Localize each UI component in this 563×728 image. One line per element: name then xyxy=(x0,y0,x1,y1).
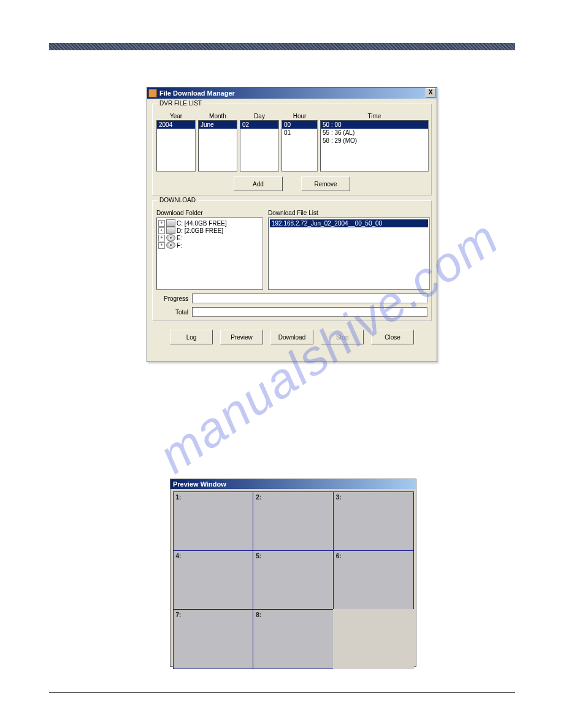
expand-icon[interactable]: + xyxy=(158,242,165,249)
progress-bar xyxy=(192,294,427,303)
hdd-icon xyxy=(166,219,175,227)
download-legend: DOWNLOAD xyxy=(158,197,197,203)
preview-cell[interactable]: 2: xyxy=(253,491,334,551)
list-item[interactable]: 50 : 00 xyxy=(321,121,428,129)
hdd-icon xyxy=(166,227,175,234)
dvr-file-list-legend: DVR FILE LIST xyxy=(158,100,204,107)
list-item[interactable]: 55 : 36 (AL) xyxy=(321,129,428,137)
expand-icon[interactable]: + xyxy=(158,235,165,241)
month-listbox[interactable]: June xyxy=(198,120,237,172)
year-label: Year xyxy=(156,113,196,119)
tree-item[interactable]: + F: xyxy=(158,241,261,249)
list-item[interactable]: 192.168.2.72_Jun_02_2004__00_50_00 xyxy=(270,219,428,227)
cd-icon xyxy=(166,241,175,249)
preview-window: Preview Window 1: 2: 3: 4: 5: 6: 7: 8: xyxy=(170,479,416,667)
preview-cell[interactable]: 3: xyxy=(333,491,414,551)
tree-item[interactable]: + D: [2.0GB FREE] xyxy=(158,227,261,234)
remove-button[interactable]: Remove xyxy=(301,176,350,191)
cell-label: 6: xyxy=(336,553,342,559)
app-icon xyxy=(148,89,157,97)
list-item[interactable]: 01 xyxy=(282,129,317,137)
titlebar[interactable]: File Download Manager X xyxy=(147,88,437,99)
close-button[interactable]: Close xyxy=(371,330,414,344)
preview-cell-empty xyxy=(333,609,414,669)
list-item[interactable]: 02 xyxy=(240,121,278,129)
download-folder-label: Download Folder xyxy=(156,210,263,216)
preview-title-text: Preview Window xyxy=(173,480,226,488)
list-item[interactable]: 2004 xyxy=(157,121,195,129)
file-download-manager-window: File Download Manager X DVR FILE LIST Ye… xyxy=(147,87,437,362)
stop-button[interactable]: Stop xyxy=(321,330,364,344)
cell-label: 2: xyxy=(256,494,261,501)
page-footer-line xyxy=(49,692,515,693)
time-listbox[interactable]: 50 : 00 55 : 36 (AL) 58 : 29 (MO) xyxy=(320,120,429,172)
close-icon[interactable]: X xyxy=(426,88,435,98)
download-filelist-label: Download File List xyxy=(268,210,430,216)
cell-label: 7: xyxy=(176,612,182,618)
cd-icon xyxy=(166,234,175,241)
tree-item[interactable]: + C: [44.0GB FREE] xyxy=(158,219,261,227)
preview-cell[interactable]: 1: xyxy=(173,491,254,551)
download-group: DOWNLOAD Download Folder + C: [44.0GB FR… xyxy=(152,200,432,321)
preview-cell[interactable]: 4: xyxy=(173,550,254,610)
preview-titlebar[interactable]: Preview Window xyxy=(170,479,416,489)
expand-icon[interactable]: + xyxy=(158,227,165,234)
preview-cell[interactable]: 7: xyxy=(173,609,254,669)
total-label: Total xyxy=(156,309,188,316)
hour-label: Hour xyxy=(282,113,318,119)
page-header-bar xyxy=(49,43,515,50)
preview-cell[interactable]: 8: xyxy=(253,609,334,669)
drive-label: E: xyxy=(177,235,182,241)
download-folder-tree[interactable]: + C: [44.0GB FREE] + D: [2.0GB FREE] + xyxy=(156,218,263,290)
cell-label: 8: xyxy=(256,612,261,618)
list-item[interactable]: 00 xyxy=(282,121,317,129)
preview-grid: 1: 2: 3: 4: 5: 6: 7: 8: xyxy=(170,489,416,671)
hour-listbox[interactable]: 00 01 xyxy=(282,120,318,172)
month-label: Month xyxy=(198,113,237,119)
day-listbox[interactable]: 02 xyxy=(240,120,279,172)
cell-label: 1: xyxy=(176,494,182,501)
cell-label: 3: xyxy=(336,494,342,501)
total-bar xyxy=(192,307,427,317)
cell-label: 5: xyxy=(256,553,261,559)
expand-icon[interactable]: + xyxy=(158,220,165,227)
drive-label: C: [44.0GB FREE] xyxy=(177,220,227,227)
dvr-file-list-group: DVR FILE LIST Year 2004 Month June Day xyxy=(152,104,432,195)
download-button[interactable]: Download xyxy=(270,330,313,344)
time-label: Time xyxy=(320,113,429,119)
list-item[interactable]: June xyxy=(199,121,237,129)
list-item[interactable]: 58 : 29 (MO) xyxy=(321,137,428,145)
download-file-listbox[interactable]: 192.168.2.72_Jun_02_2004__00_50_00 xyxy=(268,218,430,290)
tree-item[interactable]: + E: xyxy=(158,234,261,241)
drive-label: F: xyxy=(177,242,182,249)
log-button[interactable]: Log xyxy=(170,330,213,344)
preview-button[interactable]: Preview xyxy=(220,330,263,344)
window-title: File Download Manager xyxy=(159,89,235,97)
day-label: Day xyxy=(240,113,279,119)
cell-label: 4: xyxy=(176,553,182,559)
preview-cell[interactable]: 6: xyxy=(333,550,414,610)
preview-cell[interactable]: 5: xyxy=(253,550,334,610)
progress-label: Progress xyxy=(156,295,188,302)
drive-label: D: [2.0GB FREE] xyxy=(177,227,223,234)
year-listbox[interactable]: 2004 xyxy=(156,120,196,172)
add-button[interactable]: Add xyxy=(234,176,283,191)
